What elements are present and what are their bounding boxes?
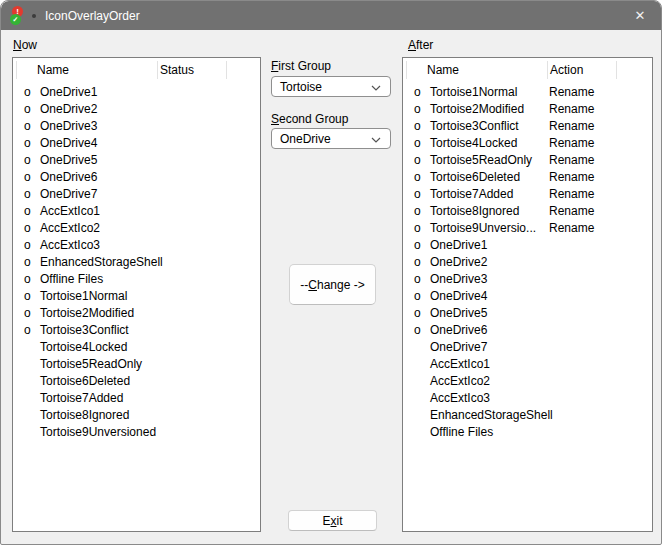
overlay-marker: o [414,203,428,220]
first-group-select[interactable]: Tortoise [271,76,391,97]
row-name: Tortoise4Locked [40,339,127,356]
list-row[interactable]: o OneDrive2 [13,101,260,118]
list-row[interactable]: o Tortoise3Conflict Rename [403,118,652,135]
overlay-marker: o [414,186,428,203]
list-row[interactable]: o OneDrive5 [403,305,652,322]
overlay-marker: o [24,271,38,288]
list-row[interactable]: AccExtIco3 [403,390,652,407]
title-bar[interactable]: ! ✓ IconOverlayOrder ✕ [1,1,662,30]
second-group-label: Second Group [271,112,348,126]
list-row[interactable]: o Offline Files [13,271,260,288]
list-row[interactable]: o OneDrive4 [403,288,652,305]
list-row[interactable]: o OneDrive6 [403,322,652,339]
row-name: AccExtIco1 [40,203,100,220]
row-name: Tortoise8Ignored [40,407,129,424]
overlay-marker: o [414,237,428,254]
list-row[interactable]: Tortoise6Deleted [13,373,260,390]
list-row[interactable]: o AccExtIco1 [13,203,260,220]
row-action: Rename [549,84,594,101]
header-divider [547,61,548,79]
list-row[interactable]: AccExtIco2 [403,373,652,390]
list-row[interactable]: o OneDrive2 [403,254,652,271]
row-name: Tortoise7Added [430,186,513,203]
list-row[interactable]: o OneDrive6 [13,169,260,186]
icon-overlay-order-window: ! ✓ IconOverlayOrder ✕ Now After Name St… [0,0,662,545]
list-row[interactable]: OneDrive7 [403,339,652,356]
close-icon[interactable]: ✕ [617,1,662,30]
row-action: Rename [549,152,594,169]
list-row[interactable]: o Tortoise1Normal [13,288,260,305]
list-row[interactable]: Tortoise4Locked [13,339,260,356]
row-name: OneDrive1 [430,237,487,254]
column-header-name[interactable]: Name [37,58,69,82]
column-header-name[interactable]: Name [427,58,459,82]
second-group-label-key: S [271,112,279,126]
list-row[interactable]: o OneDrive5 [13,152,260,169]
row-name: OneDrive2 [430,254,487,271]
list-row[interactable]: o Tortoise1Normal Rename [403,84,652,101]
row-action: Rename [549,203,594,220]
overlay-marker: o [414,305,428,322]
row-name: OneDrive7 [430,339,487,356]
row-name: Tortoise7Added [40,390,123,407]
list-row[interactable]: o Tortoise2Modified Rename [403,101,652,118]
after-list-rows: o Tortoise1Normal Rename o Tortoise2Modi… [403,82,652,441]
list-row[interactable]: o OneDrive1 [13,84,260,101]
list-row[interactable]: EnhancedStorageShell [403,407,652,424]
second-group-select[interactable]: OneDrive [271,128,391,149]
window-title: IconOverlayOrder [45,1,140,30]
now-label: Now [13,38,37,52]
overlay-marker: o [24,152,38,169]
row-name: OneDrive5 [430,305,487,322]
row-name: OneDrive6 [430,322,487,339]
overlay-marker: o [24,135,38,152]
list-row[interactable]: Tortoise7Added [13,390,260,407]
list-row[interactable]: o OneDrive3 [403,271,652,288]
row-name: OneDrive2 [40,101,97,118]
row-action: Rename [549,135,594,152]
overlay-marker: o [24,220,38,237]
column-header-action[interactable]: Action [550,58,583,82]
list-row[interactable]: Tortoise5ReadOnly [13,356,260,373]
row-name: AccExtIco2 [430,373,490,390]
list-row[interactable]: o Tortoise7Added Rename [403,186,652,203]
overlay-marker: o [414,118,428,135]
list-row[interactable]: AccExtIco1 [403,356,652,373]
list-row[interactable]: Offline Files [403,424,652,441]
exit-button[interactable]: Exit [288,510,377,531]
list-row[interactable]: o AccExtIco2 [13,220,260,237]
overlay-marker: o [24,203,38,220]
column-header-status[interactable]: Status [160,58,194,82]
list-row[interactable]: o OneDrive7 [13,186,260,203]
now-list-rows: o OneDrive1 o OneDrive2 o OneDrive3 [13,82,260,441]
list-row[interactable]: o EnhancedStorageShell [13,254,260,271]
list-row[interactable]: Tortoise8Ignored [13,407,260,424]
overlay-marker: o [414,84,428,101]
list-row[interactable]: o AccExtIco3 [13,237,260,254]
first-group-value: Tortoise [280,80,322,94]
list-row[interactable]: o Tortoise5ReadOnly Rename [403,152,652,169]
row-name: OneDrive3 [430,271,487,288]
list-row[interactable]: Tortoise9Unversioned [13,424,260,441]
now-list[interactable]: Name Status o OneDrive1 o OneDrive2 [12,57,261,532]
row-name: OneDrive3 [40,118,97,135]
list-row[interactable]: o OneDrive1 [403,237,652,254]
list-row[interactable]: o Tortoise4Locked Rename [403,135,652,152]
row-name: EnhancedStorageShell [40,254,163,271]
row-name: Tortoise6Deleted [40,373,130,390]
list-row[interactable]: o Tortoise6Deleted Rename [403,169,652,186]
row-name: OneDrive4 [40,135,97,152]
change-button[interactable]: -- Change -> [289,264,376,305]
list-row[interactable]: o Tortoise2Modified [13,305,260,322]
list-row[interactable]: o Tortoise9Unversio... Rename [403,220,652,237]
list-row[interactable]: o OneDrive4 [13,135,260,152]
list-row[interactable]: o Tortoise8Ignored Rename [403,203,652,220]
row-action: Rename [549,118,594,135]
list-row[interactable]: o Tortoise3Conflict [13,322,260,339]
overlay-marker: o [24,84,38,101]
after-list[interactable]: Name Action o Tortoise1Normal Rename o T… [402,57,653,532]
header-divider [226,61,227,79]
overlay-marker: o [24,322,38,339]
list-row[interactable]: o OneDrive3 [13,118,260,135]
row-name: OneDrive6 [40,169,97,186]
